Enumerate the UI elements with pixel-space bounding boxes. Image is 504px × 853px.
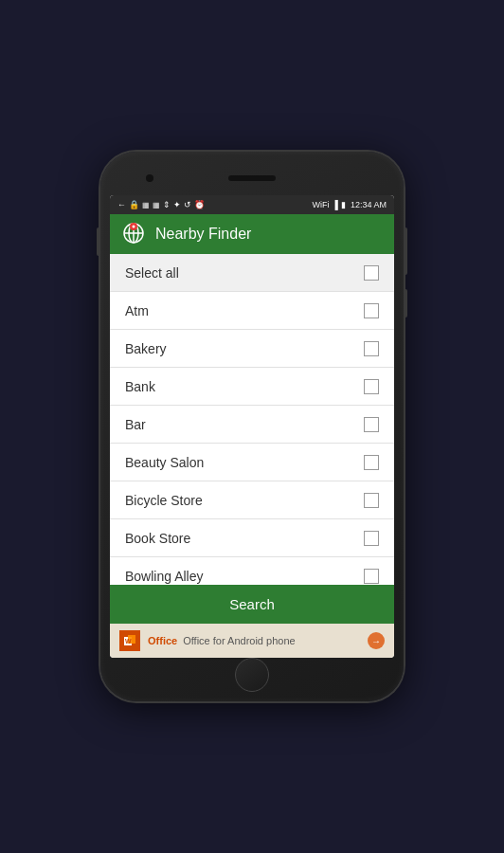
ad-arrow-icon[interactable]: →	[368, 632, 385, 649]
front-camera	[146, 174, 153, 182]
item-label: Bar	[125, 417, 146, 432]
item-checkbox-5[interactable]	[364, 493, 379, 508]
ad-banner[interactable]: W Office Office for Android phone →	[110, 624, 394, 658]
item-label: Bowling Alley	[125, 569, 204, 584]
stat-icon1: ▦	[142, 201, 150, 209]
office-icon: W	[119, 630, 140, 651]
ad-text: Office Office for Android phone	[148, 635, 296, 646]
status-right-icons: WiFi ▐ ▮ 12:34 AM	[313, 200, 387, 209]
item-label: Beauty Salon	[125, 455, 204, 470]
item-label: Atm	[125, 303, 149, 318]
list-item[interactable]: Atm	[110, 292, 394, 330]
item-label: Bakery	[125, 341, 167, 356]
ad-brand-label: Office	[148, 635, 177, 646]
phone-speaker	[228, 175, 276, 181]
phone-bottom	[110, 662, 394, 688]
usb-icon: ⇕	[163, 200, 171, 209]
app-bar: Nearby Finder	[110, 214, 394, 254]
item-checkbox-1[interactable]	[364, 341, 379, 356]
status-left-icons: ← 🔒 ▦ ▦ ⇕ ✦ ↺ ⏰	[117, 200, 205, 209]
svg-point-5	[133, 226, 135, 228]
sync-icon: ↺	[184, 200, 191, 209]
app-logo-icon	[121, 222, 146, 246]
phone-top-bar	[110, 165, 394, 191]
item-checkbox-2[interactable]	[364, 379, 379, 394]
select-all-label: Select all	[125, 265, 179, 281]
item-checkbox-0[interactable]	[364, 303, 379, 318]
volume-down-button	[404, 289, 407, 318]
back-icon: ←	[117, 200, 126, 209]
ad-message: Office for Android phone	[183, 635, 295, 646]
phone-screen: ← 🔒 ▦ ▦ ⇕ ✦ ↺ ⏰ WiFi ▐ ▮ 12:34 AM	[110, 195, 394, 658]
time-display: 12:34 AM	[351, 200, 387, 209]
lock-icon: 🔒	[129, 200, 139, 209]
list-item[interactable]: Bar	[110, 406, 394, 444]
svg-text:W: W	[125, 638, 132, 644]
list-container[interactable]: Select all Atm Bakery Bank Bar	[110, 254, 394, 585]
list-item[interactable]: Bank	[110, 368, 394, 406]
status-bar: ← 🔒 ▦ ▦ ⇕ ✦ ↺ ⏰ WiFi ▐ ▮ 12:34 AM	[110, 195, 394, 214]
select-all-checkbox[interactable]	[364, 265, 379, 281]
list-item[interactable]: Bakery	[110, 330, 394, 368]
signal-icon: ▐	[333, 200, 338, 209]
volume-button	[97, 227, 100, 256]
list-item[interactable]: Bicycle Store	[110, 481, 394, 519]
app-title: Nearby Finder	[155, 226, 251, 243]
select-all-row[interactable]: Select all	[110, 254, 394, 292]
home-button[interactable]	[235, 658, 269, 692]
search-button[interactable]: Search	[110, 585, 394, 624]
power-button	[404, 227, 407, 275]
list-item[interactable]: Book Store	[110, 519, 394, 557]
item-label: Bicycle Store	[125, 493, 203, 508]
item-checkbox-4[interactable]	[364, 455, 379, 470]
item-checkbox-6[interactable]	[364, 531, 379, 546]
list-item[interactable]: Beauty Salon	[110, 444, 394, 481]
item-label: Book Store	[125, 531, 190, 546]
item-label: Bank	[125, 379, 155, 394]
item-checkbox-3[interactable]	[364, 417, 379, 432]
stat-icon2: ▦	[153, 201, 160, 209]
content-area: Select all Atm Bakery Bank Bar	[110, 254, 394, 658]
alarm-icon: ⏰	[194, 200, 205, 209]
battery-icon: ▮	[341, 200, 346, 209]
compass-icon: ✦	[173, 200, 181, 209]
phone-frame: ← 🔒 ▦ ▦ ⇕ ✦ ↺ ⏰ WiFi ▐ ▮ 12:34 AM	[100, 152, 404, 701]
list-item[interactable]: Bowling Alley	[110, 557, 394, 585]
item-checkbox-7[interactable]	[364, 569, 379, 584]
wifi-icon: WiFi	[313, 200, 330, 209]
